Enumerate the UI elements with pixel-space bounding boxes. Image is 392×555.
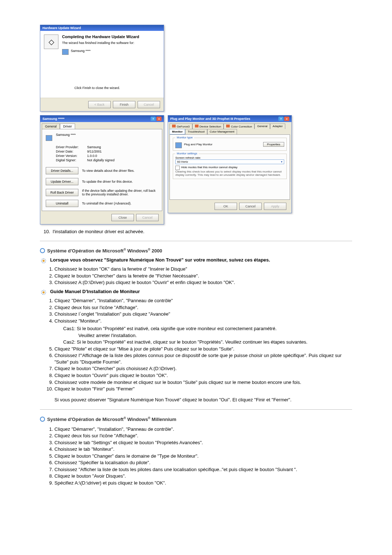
section-title-win2000: Système d'Opération de Microsoft® Window… bbox=[40, 248, 352, 254]
gear-icon bbox=[40, 289, 47, 296]
cancel-button[interactable]: Cancel bbox=[239, 203, 262, 210]
provider-label: Driver Provider: bbox=[56, 145, 85, 149]
separator bbox=[40, 241, 352, 241]
list-item: Cliquez le bouton "Chercher" dans la fen… bbox=[54, 273, 352, 279]
case1: Cas1: Si le bouton "Propriété" est inati… bbox=[63, 325, 352, 332]
properties-button[interactable]: Properties bbox=[263, 142, 284, 147]
case2: Cas2: Si le bouton "Propriété" est inact… bbox=[63, 339, 352, 345]
uninstall-button[interactable]: Uninstall bbox=[46, 200, 78, 207]
tab-monitor[interactable]: Monitor bbox=[170, 129, 185, 134]
tab-color-management[interactable]: Color Management bbox=[207, 129, 237, 134]
driver-props-title: Samsung ***** bbox=[42, 117, 65, 121]
provider-value: Samsung bbox=[87, 145, 158, 149]
list-guide-steps: Cliquez "Démarrer", "Installation", "Pan… bbox=[54, 297, 352, 403]
list-item: Choisissez l'"Affichage de la liste des … bbox=[54, 352, 352, 365]
case1b: Veuillez arreter l'installation. bbox=[63, 332, 352, 339]
wizard-titlebar: Hardware Update Wizard bbox=[40, 25, 164, 31]
monitor-settings-legend: Monitor settings bbox=[175, 152, 199, 155]
tab-general[interactable]: General bbox=[254, 123, 270, 129]
screenshot-monitor-props: Plug and Play Monitor and 3D Prophet III… bbox=[168, 115, 292, 213]
back-button[interactable]: < Back bbox=[88, 101, 111, 108]
driver-details-button[interactable]: Driver Details... bbox=[46, 167, 78, 174]
lead-signature-not-found: Lorsque vous observez "Signature Numériq… bbox=[40, 257, 352, 264]
list-item: Choisissez "Moniteur". Cas1: Si le bouto… bbox=[54, 318, 352, 345]
list-item: Choisissez le tab "Moniteur". bbox=[54, 446, 352, 453]
list-item: Cliquez le bouton "Changer" dans le doma… bbox=[54, 453, 352, 459]
list-item: Cliquez le bouton "Avoir Disques". bbox=[54, 473, 352, 479]
list-item: Cliquez "Pilote" et cliquez sur "Mise à … bbox=[54, 346, 352, 352]
monitor-props-title: Plug and Play Monitor and 3D Prophet III… bbox=[170, 117, 250, 121]
signer-value: Not digitally signed bbox=[87, 158, 158, 162]
list-item: Choisissez le bouton "OK" dans la fenetr… bbox=[54, 266, 352, 272]
section-title-millennium: Système d'Opération de Microsoft® Window… bbox=[40, 416, 352, 422]
update-driver-button[interactable]: Update Driver... bbox=[46, 178, 78, 185]
date-value: 9/11/2001 bbox=[87, 150, 158, 153]
list-item: Cliquez le bouton "Ouvrir" puis cliquez … bbox=[54, 372, 352, 379]
list-item: Choisissez A:(D:\Driver) puis cliquez le… bbox=[54, 279, 352, 286]
wizard-title: Hardware Update Wizard bbox=[42, 26, 81, 30]
list-item: Cliquez "Démarrer", "Installation", "Pan… bbox=[54, 297, 352, 304]
wizard-intro: The wizard has finished installing the s… bbox=[62, 41, 139, 45]
cancel-button[interactable]: Cancel bbox=[136, 214, 159, 221]
tab-device-selection[interactable]: Device Selection bbox=[192, 123, 224, 129]
list-item: Cliquez deux fois sur l'icône "Affichage… bbox=[54, 304, 352, 311]
refresh-select[interactable]: 60 Hertz▾ bbox=[175, 159, 284, 164]
tab-color-correction[interactable]: Color Correction bbox=[224, 123, 254, 129]
help-icon[interactable]: ? bbox=[151, 117, 156, 121]
help-icon[interactable]: ? bbox=[278, 117, 283, 121]
close-icon[interactable]: × bbox=[156, 117, 162, 121]
list-item: Cliquez le bouton "Chercher" puis choisi… bbox=[54, 365, 352, 372]
lead-manual-guide: Guide Manuel D'Installation de Moniteur bbox=[40, 289, 352, 296]
monitor-icon bbox=[46, 135, 52, 141]
wizard-click-finish: Click Finish to close the wizard. bbox=[44, 84, 160, 94]
driver-device: Samsung **** bbox=[56, 133, 76, 141]
update-desc: To update the driver for this device. bbox=[82, 180, 158, 183]
version-value: 1.0.0.0 bbox=[87, 154, 158, 158]
tab-troubleshoot[interactable]: Troubleshoot bbox=[185, 129, 207, 134]
list-sig-steps: Choisissez le bouton "OK" dans la fenetr… bbox=[54, 266, 352, 286]
monitor-icon bbox=[62, 49, 69, 55]
refresh-label: Screen refresh rate: bbox=[175, 156, 284, 159]
tab-driver[interactable]: Driver bbox=[60, 123, 75, 129]
tab-general[interactable]: General bbox=[42, 123, 60, 129]
screenshot-driver-props: Samsung ***** ?× General Driver Samsung … bbox=[40, 115, 164, 224]
uninstall-desc: To uninstall the driver (Advanced). bbox=[82, 202, 158, 205]
bullet-icon bbox=[40, 248, 45, 253]
list-item: Spécifiez A:\(D:\driver) et puis cliquez… bbox=[54, 480, 352, 486]
tab-adapter[interactable]: Adapter bbox=[270, 123, 285, 129]
close-icon[interactable]: × bbox=[284, 117, 289, 121]
list-millennium-steps: Cliquez "Démarrer", "Installation", "Pan… bbox=[54, 426, 352, 486]
wizard-heading: Completing the Hardware Update Wizard bbox=[62, 35, 139, 39]
finish-button[interactable]: Finish bbox=[113, 101, 135, 108]
monitor-icon bbox=[175, 142, 182, 148]
g10-extra: Si vous pouvez observer "Signature Numér… bbox=[54, 397, 352, 403]
date-label: Driver Date: bbox=[56, 150, 85, 153]
list-item: Choisissez le tab "Settings" et cliquez … bbox=[54, 439, 352, 446]
screenshot-wizard-complete: Hardware Update Wizard ◇ Completing the … bbox=[40, 25, 352, 224]
wizard-device: Samsung **** bbox=[71, 49, 91, 53]
hide-modes-label: Hide modes that this monitor cannot disp… bbox=[181, 166, 237, 170]
tab-geforce[interactable]: GeForce3 bbox=[170, 123, 192, 129]
list-item: Cliquez "Démarrer", "Installation", "Pan… bbox=[54, 426, 352, 433]
monitor-name: Plug and Play Monitor bbox=[184, 143, 212, 146]
version-label: Driver Version: bbox=[56, 154, 85, 158]
bullet-icon bbox=[40, 417, 45, 422]
apply-button[interactable]: Apply bbox=[264, 203, 286, 210]
close-button[interactable]: Close bbox=[111, 214, 134, 221]
separator bbox=[40, 409, 352, 410]
hide-modes-checkbox[interactable] bbox=[175, 166, 180, 170]
cancel-button[interactable]: Cancel bbox=[138, 101, 160, 108]
hide-modes-note: Clearing this check box allows you to se… bbox=[175, 170, 284, 177]
ok-button[interactable]: OK bbox=[215, 203, 237, 210]
list-item: Choisissez "Spécifier la localisation du… bbox=[54, 459, 352, 466]
step-10: 10. l'installation de moniteur driver es… bbox=[44, 229, 352, 234]
rollback-driver-button[interactable]: Roll Back Driver bbox=[46, 189, 78, 196]
list-item: Choisissez votre modele de moniteur et c… bbox=[54, 379, 352, 386]
signer-label: Digital Signer: bbox=[56, 158, 85, 162]
rollback-desc: If the device fails after updating the d… bbox=[82, 189, 158, 196]
list-item: Cliquez deux fois sur l'icône "Affichage… bbox=[54, 433, 352, 439]
wizard-icon: ◇ bbox=[44, 35, 58, 49]
gear-icon bbox=[40, 257, 47, 264]
list-item: Choisissez l`onglet "Installation" puis … bbox=[54, 311, 352, 317]
details-desc: To view details about the driver files. bbox=[82, 169, 158, 173]
